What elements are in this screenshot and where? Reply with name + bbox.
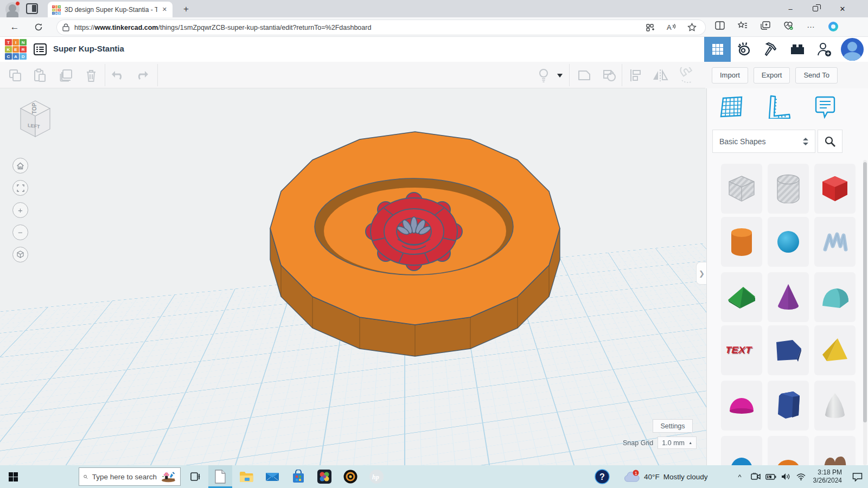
taskbar-app-hp[interactable]: hp: [365, 465, 388, 488]
notification-center-icon[interactable]: [846, 465, 868, 488]
shape-tile-polygon[interactable]: [768, 325, 809, 375]
shape-tile-partial-2[interactable]: [768, 436, 809, 465]
window-minimize-button[interactable]: –: [778, 0, 803, 17]
shape-tile-cylinder-hole[interactable]: [768, 164, 809, 214]
browser-essentials-icon[interactable]: [783, 21, 794, 30]
window-close-button[interactable]: ✕: [830, 0, 855, 17]
view-cube[interactable]: TOP LEFT: [16, 97, 54, 142]
shape-tile-sphere[interactable]: [768, 217, 809, 267]
taskbar-clock[interactable]: 3:18 PM 3/26/2024: [813, 468, 842, 485]
paste-button[interactable]: [31, 67, 48, 84]
taskbar-app-media[interactable]: [339, 465, 362, 488]
browser-tab[interactable]: TIN KER CAD 3D design Super Kup-Stantia …: [48, 2, 173, 17]
undo-button[interactable]: [109, 67, 126, 84]
brick-export-button[interactable]: [784, 37, 810, 62]
mirror-button[interactable]: [652, 67, 669, 84]
shape-tile-partial-3[interactable]: [814, 436, 856, 465]
meet-now-icon[interactable]: [748, 465, 763, 488]
volume-icon[interactable]: [778, 465, 794, 488]
align-button[interactable]: [627, 67, 644, 84]
wifi-icon[interactable]: [794, 465, 809, 488]
taskbar-app-help[interactable]: ?: [590, 465, 614, 488]
collections-icon[interactable]: [761, 21, 770, 30]
panel-collapse-handle[interactable]: ❯: [696, 262, 707, 285]
design-properties-icon[interactable]: [34, 43, 47, 55]
show-hide-button[interactable]: [535, 67, 552, 84]
shape-tile-text[interactable]: TEXT TEXT: [721, 325, 762, 375]
design-title[interactable]: Super Kup-Stantia: [53, 44, 124, 53]
duplicate-button[interactable]: [58, 67, 75, 84]
notes-tool-icon[interactable]: [814, 95, 836, 120]
import-button[interactable]: Import: [712, 67, 748, 84]
browser-profile-button[interactable]: [5, 2, 20, 16]
shape-tile-partial-1[interactable]: [721, 436, 762, 465]
perspective-toggle-button[interactable]: [12, 247, 28, 262]
workplane-tool-icon[interactable]: [719, 95, 744, 119]
workplane-magnet-icon[interactable]: [679, 67, 697, 84]
read-aloud-icon[interactable]: A: [666, 23, 676, 31]
shape-tile-paraboloid[interactable]: [814, 381, 856, 431]
taskbar-app-puzzle[interactable]: [312, 465, 336, 488]
tab-close-icon[interactable]: ✕: [161, 6, 168, 13]
shape-tile-hexagonal-prism[interactable]: [768, 381, 809, 431]
snap-grid-select[interactable]: 1.0 mm ▲: [658, 436, 697, 449]
window-restore-button[interactable]: [803, 0, 828, 17]
new-tab-button[interactable]: +: [180, 3, 192, 15]
copy-button[interactable]: [7, 67, 24, 84]
shape-tile-scribble[interactable]: [814, 217, 856, 267]
home-view-button[interactable]: [12, 158, 28, 174]
shape-tile-round-roof[interactable]: [814, 272, 856, 322]
favorite-star-icon[interactable]: [687, 23, 697, 32]
back-button[interactable]: ←: [7, 20, 23, 35]
tab-actions-icon[interactable]: [26, 3, 38, 14]
taskbar-weather-widget[interactable]: 1 40°F Mostly cloudy: [624, 465, 707, 488]
sim-lab-button[interactable]: [731, 37, 757, 62]
taskbar-app-file-explorer[interactable]: [234, 465, 258, 488]
shape-tile-roof[interactable]: [721, 272, 762, 322]
shape-tile-cone[interactable]: [768, 272, 809, 322]
taskbar-app-store[interactable]: [286, 465, 310, 488]
start-button[interactable]: [1, 465, 25, 488]
copilot-icon[interactable]: [828, 21, 839, 32]
shape-tile-box[interactable]: [814, 164, 856, 214]
shape-tile-box-hole[interactable]: [721, 164, 762, 214]
taskbar-search-box[interactable]: Type here to search: [79, 467, 181, 486]
group-button[interactable]: [576, 67, 593, 84]
taskbar-app-mail[interactable]: [260, 465, 284, 488]
delete-button[interactable]: [82, 67, 100, 84]
model-super-kup-stantia[interactable]: [260, 125, 570, 363]
settings-button[interactable]: Settings: [653, 419, 693, 433]
task-view-button[interactable]: [183, 465, 207, 488]
apps-launcher-icon[interactable]: [646, 23, 655, 32]
battery-icon[interactable]: [763, 465, 778, 488]
tray-overflow-chevron[interactable]: ^: [732, 465, 748, 488]
show-hide-dropdown[interactable]: [554, 67, 566, 84]
send-to-button[interactable]: Send To: [795, 67, 837, 84]
zoom-out-button[interactable]: −: [12, 224, 28, 240]
fit-view-button[interactable]: [12, 180, 28, 196]
minecraft-export-button[interactable]: [757, 37, 784, 62]
tinkercad-logo[interactable]: TIN KER CAD: [5, 39, 27, 60]
shape-tile-half-sphere[interactable]: [721, 381, 762, 431]
zoom-in-button[interactable]: +: [12, 202, 28, 218]
url-bar[interactable]: https://www.tinkercad.com/things/1smZpqw…: [57, 20, 705, 35]
shape-tile-pyramid[interactable]: [814, 325, 856, 375]
panel-scrollbar-thumb[interactable]: [863, 162, 867, 422]
refresh-button[interactable]: [30, 20, 47, 35]
split-screen-icon[interactable]: [715, 21, 725, 30]
taskbar-app-document[interactable]: [208, 465, 232, 488]
browser-menu-icon[interactable]: …: [807, 21, 815, 32]
panel-scrollbar[interactable]: [863, 160, 867, 465]
user-avatar[interactable]: [841, 38, 864, 61]
shape-category-dropdown[interactable]: Basic Shapes: [712, 130, 815, 153]
ungroup-button[interactable]: [601, 67, 618, 84]
shape-search-button[interactable]: [818, 130, 843, 153]
ruler-tool-icon[interactable]: [768, 95, 790, 119]
blocks-mode-button[interactable]: [704, 37, 731, 62]
redo-button[interactable]: [133, 67, 151, 84]
collaborate-button[interactable]: [810, 37, 837, 62]
export-button[interactable]: Export: [754, 67, 790, 84]
shape-tile-cylinder[interactable]: [721, 217, 762, 267]
viewport-3d[interactable]: TOP LEFT + − Settings Snap Grid 1.0 mm ▲…: [0, 88, 707, 465]
favorites-icon[interactable]: [738, 21, 748, 30]
